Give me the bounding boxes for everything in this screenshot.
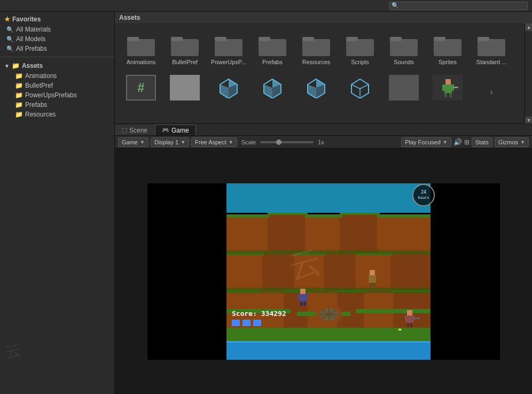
sidebar-item-all-models[interactable]: 🔍 All Models <box>0 34 114 44</box>
hash-icon-wrapper: # <box>126 75 156 101</box>
assets-scroll-down[interactable]: ▼ <box>525 117 532 124</box>
assets-label: Assets <box>22 62 43 69</box>
sidebar-item-powerups[interactable]: 📁 PowerUpsPrefabs <box>0 90 114 100</box>
sidebar-item-prefabs[interactable]: 📁 Prefabs <box>0 100 114 110</box>
folder-icon-big-prefabs <box>257 32 287 57</box>
unity-cube3-wrapper <box>301 75 331 101</box>
svg-rect-83 <box>226 183 431 213</box>
svg-rect-85 <box>226 250 431 254</box>
asset-unity-cube2[interactable] <box>251 73 294 104</box>
sidebar-item-all-materials[interactable]: 🔍 All Materials <box>0 25 114 34</box>
scale-text: Scale <box>241 139 256 145</box>
unity-cube4-wrapper <box>345 75 375 101</box>
folder-icon-big-bulletpref <box>170 32 200 57</box>
game-dropdown[interactable]: Game ▼ <box>118 137 148 147</box>
char-sprite-wrapper <box>433 75 463 101</box>
audio-icon[interactable]: 🔊 <box>453 138 462 146</box>
aspect-dropdown[interactable]: Free Aspect ▼ <box>191 137 237 147</box>
asset-resources[interactable]: Resources <box>294 28 338 68</box>
game-chevron-icon: ▼ <box>140 140 145 145</box>
asset-standard-label: Standard ... <box>476 59 507 65</box>
sidebar-item-resources[interactable]: 📁 Resources <box>0 110 114 119</box>
svg-rect-77 <box>377 215 431 253</box>
tab-game[interactable]: 🎮 Game <box>155 125 196 135</box>
svg-rect-104 <box>370 283 372 287</box>
assets-grid-row1: Animations BulletPref <box>115 24 532 73</box>
scale-slider[interactable] <box>260 141 314 143</box>
animations-label: Animations <box>25 72 57 80</box>
svg-rect-103 <box>369 275 376 283</box>
assets-panel: Assets Animations <box>115 12 532 124</box>
svg-rect-39 <box>449 93 452 97</box>
scene-tab-icon: ⬚ <box>122 127 127 134</box>
svg-text:24: 24 <box>421 190 426 195</box>
asset-unity-cube1[interactable] <box>207 73 251 104</box>
favorites-header[interactable]: ★ Favorites <box>0 14 114 25</box>
gizmos-label: Gizmos <box>498 139 518 145</box>
asset-unity-cube4[interactable] <box>338 73 382 104</box>
asset-animations[interactable]: Animations <box>119 28 163 68</box>
asset-bulletpref[interactable]: BulletPref <box>163 28 207 68</box>
svg-rect-61 <box>226 253 264 290</box>
assets-scroll-up[interactable]: ▲ <box>525 24 532 31</box>
search-icon-prefabs: 🔍 <box>6 45 14 52</box>
search-icon-models: 🔍 <box>6 36 14 43</box>
svg-rect-38 <box>444 93 447 97</box>
favorites-section: ★ Favorites 🔍 All Materials 🔍 All Models… <box>0 12 114 56</box>
svg-rect-82 <box>377 214 431 218</box>
asset-hash[interactable]: # <box>119 73 163 104</box>
watermark-sidebar: 云 <box>3 340 23 364</box>
assets-panel-title: Assets <box>119 14 140 21</box>
svg-rect-114 <box>232 320 240 326</box>
sidebar-item-bulletpref[interactable]: 📁 BulletPref <box>0 81 114 90</box>
svg-rect-44 <box>226 341 431 360</box>
asset-character-sprite[interactable] <box>426 73 470 104</box>
svg-rect-80 <box>305 214 342 218</box>
asset-unity-cube3[interactable] <box>294 73 338 104</box>
search-icon-sm: 🔍 <box>6 26 14 33</box>
svg-rect-16 <box>478 39 505 56</box>
svg-text:Score: 334292: Score: 334292 <box>232 310 286 318</box>
folder-icon-prefabs: 📁 <box>15 101 23 109</box>
svg-rect-42 <box>147 183 226 360</box>
stats-button[interactable]: Stats <box>472 137 492 147</box>
display-dropdown[interactable]: Display 1 ▼ <box>151 137 189 147</box>
asset-white-square[interactable] <box>163 73 207 104</box>
tab-scene[interactable]: ⬚ Scene <box>115 125 154 135</box>
asset-prefabs-label: Prefabs <box>262 59 283 65</box>
folder-icon-assets: 📁 <box>12 62 20 69</box>
sidebar-item-animations[interactable]: 📁 Animations <box>0 71 114 81</box>
asset-prefabs[interactable]: Prefabs <box>251 28 294 68</box>
svg-rect-11 <box>346 37 358 41</box>
asset-scripts[interactable]: Scripts <box>338 28 382 68</box>
unity-cube1-wrapper <box>214 75 244 101</box>
svg-rect-40 <box>453 87 458 88</box>
svg-rect-102 <box>370 270 375 275</box>
display-chevron-icon: ▼ <box>181 140 185 145</box>
game-toolbar: Game ▼ Display 1 ▼ Free Aspect ▼ Scale 1… <box>115 136 532 149</box>
gizmos-dropdown[interactable]: Gizmos ▼ <box>495 137 529 147</box>
asset-standard[interactable]: Standard ... <box>470 28 513 68</box>
svg-rect-3 <box>171 37 183 41</box>
folder-icon-big-scripts <box>345 32 375 57</box>
bulletpref-label: BulletPref <box>25 82 53 89</box>
grid-icon[interactable]: ⊞ <box>464 138 470 146</box>
svg-rect-94 <box>303 302 306 306</box>
asset-powerups[interactable]: PowerUpsP... <box>207 28 251 68</box>
svg-text:hours: hours <box>418 196 429 200</box>
asset-sprites[interactable]: Sprites <box>426 28 470 68</box>
play-focused-dropdown[interactable]: Play Focused ▼ <box>401 137 451 147</box>
svg-rect-99 <box>407 323 409 327</box>
sidebar-item-all-prefabs[interactable]: 🔍 All Prefabs <box>0 44 114 53</box>
asset-more[interactable]: › <box>470 73 513 104</box>
svg-line-32 <box>360 84 369 89</box>
assets-header[interactable]: ▼ 📁 Assets <box>0 60 114 71</box>
assets-panel-header: Assets <box>115 12 532 24</box>
svg-rect-13 <box>390 37 402 41</box>
scale-value: 1x <box>318 139 324 145</box>
asset-sounds[interactable]: Sounds <box>382 28 426 68</box>
gizmos-chevron: ▼ <box>520 140 525 145</box>
asset-grey-sq[interactable] <box>382 73 426 104</box>
svg-rect-100 <box>410 323 412 327</box>
search-bar[interactable]: 🔍 <box>389 2 528 10</box>
